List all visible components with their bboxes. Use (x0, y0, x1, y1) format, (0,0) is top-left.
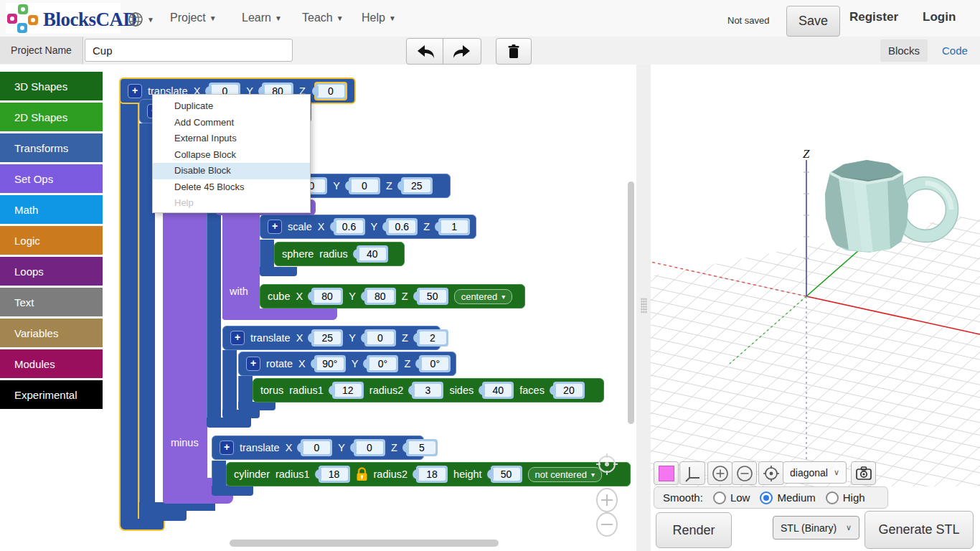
mutator-plus-icon[interactable]: + (246, 357, 260, 371)
menu-item-external-inputs[interactable]: External Inputs (153, 131, 310, 147)
value-socket[interactable]: 0 (301, 439, 332, 456)
sidebar-item-logic[interactable]: Logic (0, 226, 103, 255)
block-sphere[interactable]: sphere radius 40 (274, 242, 405, 266)
sidebar-item-3d-shapes[interactable]: 3D Shapes (0, 72, 103, 100)
value-socket[interactable]: 0 (354, 439, 385, 456)
block-cylinder[interactable]: cylinder radius1 18 radius2 18 height 50… (226, 462, 631, 486)
render-button[interactable]: Render (656, 512, 732, 548)
block-translate-outer-wall[interactable] (119, 93, 139, 520)
stl-format-select[interactable]: STL (Binary) ∨ (773, 516, 859, 540)
smooth-radio-low[interactable]: Low (713, 491, 750, 504)
block-translate-z25-foot[interactable] (207, 418, 251, 428)
menu-item-collapse-block[interactable]: Collapse Block (153, 147, 310, 164)
generate-stl-button[interactable]: Generate STL (864, 511, 974, 549)
value-socket[interactable]: 90° (314, 355, 346, 372)
save-button[interactable]: Save (786, 6, 840, 37)
block-cube[interactable]: cube X 80 Y 80 Z 50 centered▾ (260, 284, 525, 309)
smooth-radio-medium[interactable]: Medium (760, 491, 815, 504)
block-rotate[interactable]: + rotate X 90° Y 0° Z 0° (238, 352, 456, 376)
value-socket[interactable]: 0° (419, 355, 451, 372)
value-socket[interactable]: 3 (412, 382, 443, 399)
menu-item-help[interactable]: Help (153, 195, 310, 212)
vertical-scrollbar[interactable] (628, 182, 634, 424)
view-select[interactable]: diagonal ∨ (783, 461, 847, 484)
block-rotate-foot[interactable] (238, 402, 275, 410)
value-socket[interactable]: 1 (438, 218, 470, 235)
value-socket[interactable]: 18 (416, 466, 448, 483)
sidebar-item-transforms[interactable]: Transforms (0, 133, 103, 162)
menu-item-duplicate[interactable]: Duplicate (153, 98, 310, 115)
value-socket[interactable]: 40 (357, 245, 388, 263)
value-socket[interactable]: 20 (553, 382, 585, 399)
value-socket[interactable]: 50 (417, 288, 448, 305)
menu-project[interactable]: Project▼ (170, 11, 217, 24)
horizontal-scrollbar[interactable] (230, 540, 499, 547)
trash-button[interactable] (496, 38, 532, 65)
sidebar-item-2d-shapes[interactable]: 2D Shapes (0, 103, 103, 131)
view-reset-button[interactable] (758, 461, 784, 485)
menu-item-disable-block[interactable]: Disable Block (153, 163, 310, 179)
zoom-out-button[interactable] (595, 512, 619, 537)
block-translate-x25-foot[interactable] (222, 410, 260, 418)
menu-learn[interactable]: Learn▼ (242, 11, 282, 24)
project-name-input[interactable] (85, 39, 293, 62)
sidebar-item-text[interactable]: Text (0, 288, 103, 316)
viewport-zoom-out-button[interactable] (732, 461, 757, 485)
sidebar-item-loops[interactable]: Loops (0, 257, 103, 286)
value-socket[interactable]: 0.6 (334, 218, 365, 235)
sidebar-item-set-ops[interactable]: Set Ops (0, 164, 103, 193)
panel-divider[interactable] (636, 65, 651, 551)
value-socket-selected[interactable]: 0 (314, 82, 347, 100)
value-socket[interactable]: 40 (482, 382, 514, 399)
sidebar-item-variables[interactable]: Variables (0, 319, 103, 347)
block-torus[interactable]: torus radius1 12 radius2 3 sides 40 face… (253, 378, 604, 402)
value-socket[interactable]: 25 (311, 329, 343, 347)
value-socket[interactable]: 80 (311, 288, 343, 305)
smooth-radio-high[interactable]: High (826, 491, 865, 504)
block-translate-x25-wall[interactable] (222, 350, 237, 410)
block-translate-z5-wall[interactable] (212, 461, 226, 488)
value-socket[interactable]: 18 (319, 466, 350, 483)
login-link[interactable]: Login (923, 10, 956, 24)
block-hull-wall[interactable] (222, 212, 260, 319)
language-menu[interactable]: ▼ (128, 11, 154, 27)
color-swatch-button[interactable] (654, 461, 679, 485)
value-socket[interactable]: 0.6 (386, 218, 418, 235)
centered-dropdown[interactable]: centered▾ (454, 289, 513, 304)
menu-help[interactable]: Help▼ (362, 11, 396, 24)
mutator-plus-icon[interactable]: + (220, 441, 234, 455)
lock-icon[interactable] (356, 467, 368, 481)
block-hull-foot[interactable] (222, 309, 337, 320)
zoom-in-button[interactable] (595, 488, 619, 512)
value-socket[interactable]: 12 (332, 382, 364, 399)
block-translate-z5[interactable]: + translate X 0 Y 0 Z 5 (212, 435, 424, 460)
block-scale[interactable]: + scale X 0.6 Y 0.6 Z 1 (260, 215, 476, 239)
mutator-plus-icon[interactable]: + (128, 84, 142, 98)
sidebar-item-modules[interactable]: Modules (0, 349, 103, 378)
block-scale-foot[interactable] (260, 267, 297, 276)
sidebar-item-math[interactable]: Math (0, 195, 103, 224)
mutator-plus-icon[interactable]: + (268, 220, 282, 234)
value-socket[interactable]: 25 (401, 177, 433, 194)
value-socket[interactable]: 2 (417, 329, 448, 347)
blockscad-logo[interactable]: BlocksCAD (6, 3, 121, 34)
menu-item-delete-blocks[interactable]: Delete 45 Blocks (153, 179, 310, 196)
zoom-reset-button[interactable] (595, 452, 619, 476)
render-viewport[interactable]: Z (651, 65, 980, 551)
block-translate-z25-wall[interactable] (207, 199, 221, 421)
block-translate-x25[interactable]: + translate X 25 Y 0 Z 2 (222, 326, 440, 350)
block-inner-foot2[interactable] (139, 511, 187, 521)
undo-button[interactable] (406, 38, 445, 65)
value-socket[interactable]: 0 (364, 329, 396, 347)
tab-blocks[interactable]: Blocks (880, 39, 928, 62)
block-scale-wall[interactable] (260, 240, 274, 268)
value-socket[interactable]: 80 (364, 288, 396, 305)
menu-teach[interactable]: Teach▼ (302, 11, 344, 24)
blockly-workspace[interactable]: + translate X 0 Y 80 Z 0 + minus + trans… (106, 65, 636, 551)
screenshot-button[interactable] (851, 461, 876, 485)
centered-dropdown[interactable]: not centered▾ (528, 467, 602, 482)
redo-button[interactable] (443, 38, 481, 65)
value-socket[interactable]: 50 (491, 466, 522, 483)
toggle-axes-button[interactable] (679, 461, 705, 485)
value-socket[interactable]: 0 (349, 177, 380, 194)
